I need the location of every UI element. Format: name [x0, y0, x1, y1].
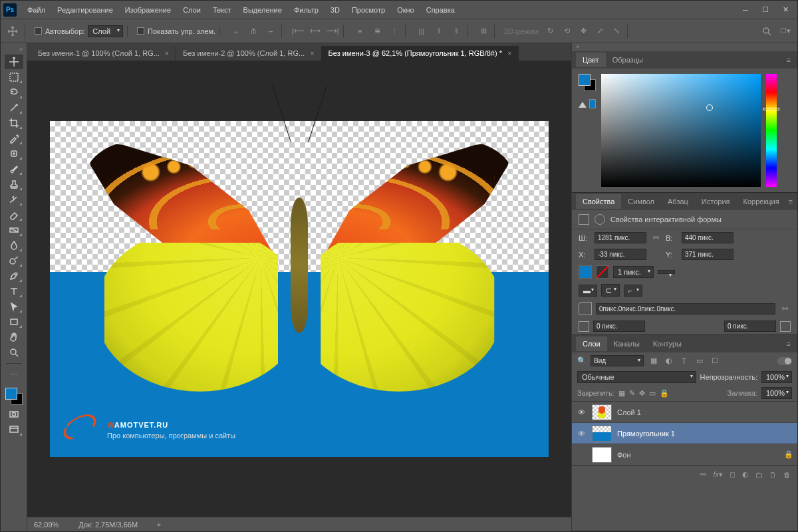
fill-color-swatch[interactable]: [579, 265, 592, 279]
lock-position-icon[interactable]: ✥: [639, 389, 645, 398]
type-tool[interactable]: [5, 284, 23, 299]
stroke-caps-dropdown[interactable]: ⊏: [601, 284, 620, 297]
history-brush-tool[interactable]: [5, 192, 23, 207]
close-tab-icon[interactable]: ×: [310, 49, 314, 57]
stroke-color-swatch[interactable]: [596, 265, 609, 279]
panel-color-swatches[interactable]: [579, 74, 596, 91]
lock-pixels-icon[interactable]: ▦: [618, 389, 625, 398]
filter-type-icon[interactable]: T: [678, 355, 690, 366]
layer-row[interactable]: 👁Прямоугольник 1: [572, 423, 797, 444]
dodge-tool[interactable]: [5, 253, 23, 268]
3d-roll-icon[interactable]: ⟲: [560, 25, 573, 38]
props-panel-menu-icon[interactable]: ≡: [786, 198, 795, 205]
delete-layer-icon[interactable]: 🗑: [783, 471, 791, 479]
zoom-tool[interactable]: [5, 345, 23, 360]
status-doc-size[interactable]: Док: 2,75M/3,66M: [78, 521, 138, 529]
filter-pixel-icon[interactable]: ▦: [648, 355, 659, 366]
distribute-3-icon[interactable]: ⋮: [388, 25, 401, 38]
panel-tab[interactable]: Образцы: [606, 53, 650, 67]
menu-текст[interactable]: Текст: [207, 3, 237, 17]
maximize-button[interactable]: ☐: [756, 4, 775, 16]
menu-справка[interactable]: Справка: [421, 3, 460, 17]
canvas-area[interactable]: WAMOTVET.RU Про компьютеры, программы и …: [27, 61, 571, 517]
auto-select-checkbox[interactable]: [35, 27, 42, 35]
pen-tool[interactable]: [5, 269, 23, 283]
link-wh-icon[interactable]: ⚯: [650, 233, 662, 242]
wand-tool[interactable]: [5, 100, 23, 115]
3d-slide-icon[interactable]: ⤢: [593, 25, 606, 38]
path-select-tool[interactable]: [5, 299, 23, 314]
expand-toolbox-icon[interactable]: »: [1, 46, 27, 54]
stamp-tool[interactable]: [5, 177, 23, 192]
document-tab[interactable]: Без имени-1 @ 100% (Слой 1, RG...×: [31, 46, 176, 61]
document-tab[interactable]: Без имени-3 @ 62,1% (Прямоугольник 1, RG…: [322, 46, 519, 61]
search-icon[interactable]: [760, 25, 773, 38]
layer-row[interactable]: 👁Слой 1: [572, 402, 797, 423]
layer-row[interactable]: Фон🔒: [572, 444, 797, 466]
align-vcenter-icon[interactable]: ⫚: [247, 25, 260, 38]
close-button[interactable]: ✕: [776, 4, 795, 16]
brush-tool[interactable]: [5, 162, 23, 176]
visibility-icon[interactable]: 👁: [576, 430, 587, 438]
move-tool[interactable]: [5, 55, 23, 69]
panel-tab[interactable]: История: [695, 194, 737, 209]
close-tab-icon[interactable]: ×: [165, 49, 169, 57]
eraser-tool[interactable]: [5, 207, 23, 222]
corner-tl-input[interactable]: [593, 321, 645, 332]
corner-tr-input[interactable]: [724, 321, 776, 332]
show-transform-checkbox[interactable]: [137, 27, 144, 35]
rectangle-tool[interactable]: [5, 315, 23, 329]
auto-select-dropdown[interactable]: Слой: [88, 25, 123, 37]
fg-color-swatch[interactable]: [5, 388, 17, 400]
panel-tab[interactable]: Слои: [576, 336, 607, 351]
align-bottom-icon[interactable]: ⫟: [264, 25, 277, 38]
align-top-icon[interactable]: ⫠: [229, 25, 243, 38]
3d-orbit-icon[interactable]: ↻: [543, 25, 557, 38]
align-right-icon[interactable]: ⟶|: [326, 25, 339, 38]
adjustment-layer-icon[interactable]: ◐: [742, 470, 749, 479]
menu-слои[interactable]: Слои: [178, 3, 206, 17]
hue-slider[interactable]: [766, 74, 777, 187]
lock-artboard-icon[interactable]: ▭: [649, 389, 656, 398]
visibility-icon[interactable]: 👁: [576, 408, 587, 416]
quick-mask-icon[interactable]: [5, 407, 23, 422]
blend-mode-dropdown[interactable]: Обычные: [577, 371, 696, 383]
healing-tool[interactable]: [5, 146, 23, 161]
corner-radius-input[interactable]: [596, 303, 775, 315]
link-corners-icon[interactable]: ⚯: [779, 305, 791, 313]
panel-tab[interactable]: Символ: [621, 194, 661, 209]
stroke-width-dropdown[interactable]: 1 пикс.: [613, 266, 654, 278]
panel-tab[interactable]: Коррекция: [737, 194, 786, 209]
stroke-style-dropdown[interactable]: [658, 270, 675, 274]
canvas[interactable]: WAMOTVET.RU Про компьютеры, программы и …: [50, 121, 549, 457]
filter-shape-icon[interactable]: ▭: [694, 355, 705, 366]
menu-окно[interactable]: Окно: [392, 3, 420, 17]
stroke-corners-dropdown[interactable]: ⌐: [624, 285, 642, 297]
gamut-warning-icon[interactable]: [579, 98, 587, 108]
menu-файл[interactable]: Файл: [22, 3, 51, 17]
distribute-6-icon[interactable]: ⫵: [450, 25, 463, 38]
collapse-panels-icon[interactable]: «: [572, 43, 797, 51]
color-picker[interactable]: [601, 74, 761, 187]
gamut-color-swatch[interactable]: [589, 99, 596, 108]
menu-редактирование[interactable]: Редактирование: [52, 3, 118, 17]
prop-y-input[interactable]: [682, 249, 733, 260]
color-swatches[interactable]: [4, 386, 24, 406]
align-left-icon[interactable]: |⟵: [291, 25, 305, 38]
marquee-tool[interactable]: [5, 70, 23, 84]
menu-выделение[interactable]: Выделение: [238, 3, 287, 17]
panel-tab[interactable]: Свойства: [576, 194, 621, 209]
lock-brush-icon[interactable]: ✎: [629, 389, 635, 398]
menu-просмотр[interactable]: Просмотр: [346, 3, 390, 17]
distribute-5-icon[interactable]: ⫴: [432, 25, 446, 38]
opacity-input[interactable]: 100%: [761, 371, 792, 383]
menu-3d[interactable]: 3D: [325, 3, 345, 17]
blur-tool[interactable]: [5, 238, 23, 253]
group-icon[interactable]: 🗀: [755, 471, 763, 479]
minimize-button[interactable]: ─: [736, 4, 755, 16]
3d-pan-icon[interactable]: ✥: [577, 25, 590, 38]
screen-mode-icon[interactable]: [5, 422, 23, 437]
panel-tab[interactable]: Каналы: [607, 336, 646, 351]
distribute-4-icon[interactable]: |||: [415, 25, 428, 38]
close-tab-icon[interactable]: ×: [507, 49, 511, 57]
